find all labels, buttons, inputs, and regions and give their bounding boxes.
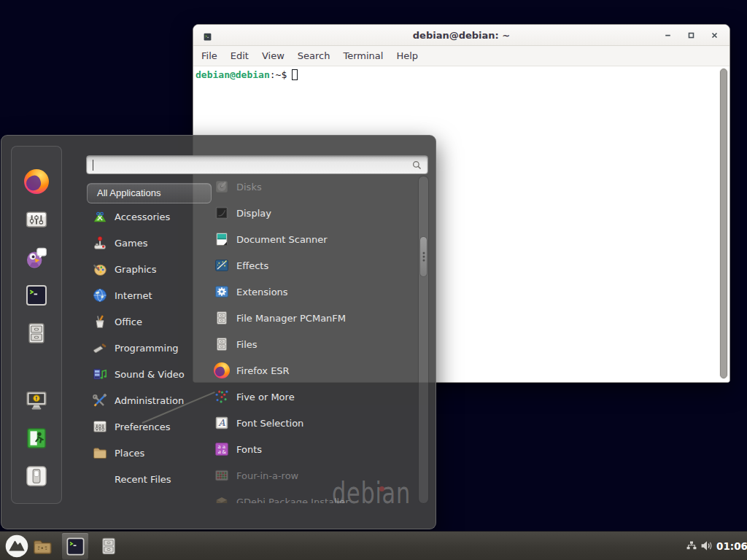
menu-search[interactable]: Search [291, 46, 337, 66]
app-label: Font Selection [236, 418, 303, 429]
search-box[interactable] [86, 155, 428, 174]
category-preferences[interactable]: Preferences [87, 413, 213, 440]
menu-edit[interactable]: Edit [224, 46, 255, 66]
category-internet[interactable]: Internet [87, 282, 213, 308]
menu-help[interactable]: Help [390, 46, 425, 66]
effects-icon [214, 257, 230, 273]
minimize-button[interactable] [662, 29, 674, 42]
prompt-path-symbol: :~$ [270, 69, 287, 80]
app-label: Display [236, 208, 271, 219]
close-button[interactable] [708, 29, 721, 42]
category-label: Preferences [115, 421, 170, 432]
category-games[interactable]: Games [87, 230, 213, 256]
app-label: Document Scanner [236, 234, 328, 245]
category-programming[interactable]: Programming [87, 335, 213, 361]
search-input[interactable] [92, 158, 406, 172]
favorite-files[interactable] [24, 321, 49, 346]
app-document-scanner[interactable]: Document Scanner [204, 226, 409, 252]
clock[interactable]: 01:06 [716, 532, 747, 560]
terminal-scrollbar-thumb[interactable] [720, 69, 727, 378]
applications-list: DisksDisplayDocument ScannerEffectsExten… [204, 174, 409, 503]
accessories-icon [92, 209, 108, 225]
category-label: Programming [115, 343, 179, 354]
app-extensions[interactable]: Extensions [204, 279, 409, 305]
app-fonts[interactable]: aaa&Fonts [204, 436, 409, 462]
favorite-pidgin[interactable] [24, 245, 49, 270]
category-recent-files[interactable]: Recent Files [87, 466, 213, 492]
svg-text:A: A [218, 418, 226, 428]
app-four-in-a-row: Four-in-a-row [204, 462, 409, 489]
category-office[interactable]: Office [87, 308, 213, 335]
app-display[interactable]: Display [204, 200, 409, 226]
app-label: Extensions [236, 287, 288, 298]
app-files[interactable]: Files [204, 331, 409, 357]
terminal-launcher-active[interactable] [61, 532, 89, 560]
app-label: Five or More [236, 392, 295, 402]
terminal-cursor [292, 69, 298, 80]
terminal-icon [65, 536, 86, 557]
administration-icon [92, 392, 108, 408]
terminal-titlebar[interactable]: debian@debian: ~ [193, 25, 729, 46]
network-icon[interactable] [686, 540, 697, 551]
category-sound-video[interactable]: Sound & Video [87, 361, 213, 387]
prompt-user-host: debian@debian [196, 69, 270, 80]
terminal-scrollbar[interactable] [719, 68, 728, 379]
maximize-button[interactable] [685, 29, 697, 42]
menu-file[interactable]: File [195, 46, 224, 66]
volume-icon[interactable] [700, 540, 713, 552]
category-label: Administration [115, 395, 184, 406]
terminal-menubar: FileEditViewSearchTerminalHelp [193, 46, 729, 66]
app-disks: Disks [204, 174, 409, 200]
scrollbar-grip [422, 252, 425, 262]
taskbar: 01:06 [0, 531, 747, 560]
favorite-terminal[interactable] [24, 283, 49, 308]
category-label: Graphics [115, 264, 156, 275]
favorite-shut-down[interactable] [24, 464, 49, 489]
graphics-icon [92, 261, 108, 277]
games-icon [92, 235, 108, 251]
app-firefox-esr[interactable]: Firefox ESR [204, 357, 409, 384]
files-launcher[interactable] [98, 535, 119, 557]
category-accessories[interactable]: Accessories [87, 203, 213, 230]
internet-icon [92, 287, 108, 303]
firefox-icon [214, 362, 230, 378]
app-label: Four-in-a-row [236, 470, 298, 481]
application-menu: debian All Applications AccessoriesGames… [1, 135, 436, 529]
favorite-firefox[interactable] [24, 169, 49, 194]
menu-terminal[interactable]: Terminal [336, 46, 390, 66]
app-effects[interactable]: Effects [204, 252, 409, 279]
menu-button[interactable] [4, 534, 29, 559]
app-gdebi-package-installer: GDebi Package Installer [204, 489, 409, 503]
applications-scrollbar[interactable] [418, 176, 429, 504]
app-file-manager-pcmanfm[interactable]: File Manager PCManFM [204, 305, 409, 331]
category-label: Sound & Video [115, 369, 185, 380]
terminal-prompt: debian@debian:~$ [196, 69, 298, 82]
app-label: Fonts [236, 444, 262, 455]
category-label: Accessories [115, 211, 170, 222]
sound-video-icon [92, 366, 108, 382]
category-administration[interactable]: Administration [87, 387, 213, 413]
file-cabinet-icon [214, 310, 230, 326]
category-all-applications[interactable]: All Applications [87, 183, 212, 203]
category-label: Places [115, 448, 144, 459]
office-icon [92, 314, 108, 330]
preferences-icon [92, 419, 108, 435]
fonts-icon: aaa& [214, 441, 230, 457]
category-label: Games [115, 238, 147, 249]
favorite-control-center[interactable] [24, 207, 49, 232]
file-manager-launcher[interactable] [31, 536, 53, 557]
search-icon [411, 160, 422, 171]
favorite-log-out[interactable] [24, 426, 49, 451]
category-places[interactable]: Places [87, 440, 213, 466]
category-graphics[interactable]: Graphics [87, 256, 213, 282]
four-in-a-row-icon [214, 467, 230, 483]
app-five-or-more[interactable]: Five or More [204, 384, 409, 410]
category-label: Recent Files [115, 474, 171, 485]
applications-scrollbar-thumb[interactable] [419, 236, 427, 277]
app-font-selection[interactable]: AFont Selection [204, 410, 409, 436]
favorite-lock-screen[interactable] [24, 388, 49, 413]
gdebi-icon [214, 494, 230, 503]
category-label: Internet [115, 290, 152, 301]
programming-icon [92, 340, 108, 356]
menu-view[interactable]: View [255, 46, 291, 66]
